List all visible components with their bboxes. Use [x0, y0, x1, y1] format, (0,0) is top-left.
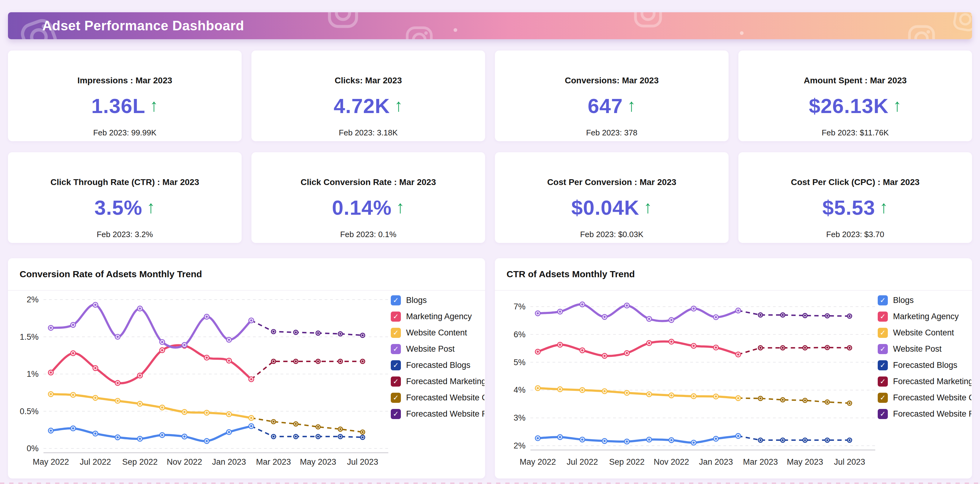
data-point-marker[interactable] [647, 392, 652, 397]
legend-checkbox[interactable]: ✓ [391, 295, 401, 306]
data-point-marker[interactable] [647, 317, 652, 322]
data-point-marker[interactable] [294, 359, 298, 364]
data-point-marker[interactable] [736, 352, 740, 357]
legend-item-website-content[interactable]: ✓Website Content [878, 328, 971, 338]
data-point-marker[interactable] [558, 342, 563, 347]
data-point-marker[interactable] [847, 438, 852, 443]
data-point-marker[interactable] [825, 345, 829, 350]
data-point-marker[interactable] [669, 318, 674, 323]
data-point-marker[interactable] [360, 435, 365, 439]
data-point-marker[interactable] [781, 438, 785, 443]
data-point-marker[interactable] [182, 434, 187, 439]
data-point-marker[interactable] [825, 400, 829, 404]
data-point-marker[interactable] [137, 373, 142, 378]
data-point-marker[interactable] [93, 431, 98, 436]
data-point-marker[interactable] [71, 392, 76, 397]
legend-checkbox[interactable]: ✓ [878, 376, 888, 387]
data-point-marker[interactable] [48, 370, 53, 375]
data-point-marker[interactable] [758, 396, 762, 401]
legend-item-forecasted-blogs[interactable]: ✓Forecasted Blogs [878, 360, 971, 370]
data-point-marker[interactable] [847, 345, 852, 350]
data-point-marker[interactable] [669, 393, 674, 398]
data-point-marker[interactable] [558, 435, 563, 439]
data-point-marker[interactable] [137, 401, 142, 406]
data-point-marker[interactable] [781, 345, 785, 350]
data-point-marker[interactable] [714, 315, 719, 320]
data-point-marker[interactable] [535, 311, 540, 316]
data-point-marker[interactable] [204, 439, 209, 444]
data-point-marker[interactable] [160, 348, 165, 353]
data-point-marker[interactable] [271, 359, 275, 364]
data-point-marker[interactable] [204, 410, 209, 415]
legend-item-website-content[interactable]: ✓Website Content [391, 328, 485, 338]
legend-checkbox[interactable]: ✓ [878, 295, 888, 306]
data-point-marker[interactable] [803, 438, 807, 443]
data-point-marker[interactable] [602, 353, 607, 358]
data-point-marker[interactable] [115, 435, 120, 440]
data-point-marker[interactable] [294, 422, 298, 426]
data-point-marker[interactable] [781, 313, 785, 317]
data-point-marker[interactable] [160, 433, 165, 438]
legend-item-marketing-agency[interactable]: ✓Marketing Agency [391, 312, 485, 322]
data-point-marker[interactable] [535, 349, 540, 354]
data-point-marker[interactable] [48, 392, 53, 397]
data-point-marker[interactable] [647, 341, 652, 345]
data-point-marker[interactable] [558, 309, 563, 314]
data-point-marker[interactable] [338, 427, 342, 431]
data-point-marker[interactable] [647, 437, 652, 442]
legend-checkbox[interactable]: ✓ [391, 328, 401, 338]
legend-item-forecasted-marketing-agency[interactable]: ✓Forecasted Marketing A [878, 376, 971, 387]
data-point-marker[interactable] [338, 332, 342, 336]
data-point-marker[interactable] [758, 345, 762, 350]
legend-item-forecasted-website-content[interactable]: ✓Forecasted Website Cor [878, 393, 971, 403]
data-point-marker[interactable] [602, 439, 607, 444]
legend-checkbox[interactable]: ✓ [878, 393, 888, 403]
data-point-marker[interactable] [825, 314, 829, 318]
data-point-marker[interactable] [691, 343, 696, 348]
data-point-marker[interactable] [227, 430, 232, 435]
data-point-marker[interactable] [624, 351, 629, 356]
data-point-marker[interactable] [115, 398, 120, 403]
data-point-marker[interactable] [249, 318, 254, 323]
data-point-marker[interactable] [803, 398, 807, 403]
data-point-marker[interactable] [48, 428, 53, 433]
data-point-marker[interactable] [115, 334, 120, 339]
data-point-marker[interactable] [758, 438, 762, 443]
data-point-marker[interactable] [360, 430, 365, 435]
data-point-marker[interactable] [580, 348, 585, 353]
legend-checkbox[interactable]: ✓ [391, 312, 401, 322]
data-point-marker[interactable] [271, 330, 275, 334]
data-point-marker[interactable] [316, 435, 320, 439]
data-point-marker[interactable] [714, 436, 719, 441]
data-point-marker[interactable] [669, 339, 674, 344]
data-point-marker[interactable] [691, 306, 696, 311]
data-point-marker[interactable] [736, 308, 740, 313]
data-point-marker[interactable] [316, 425, 320, 429]
legend-item-website-post[interactable]: ✓Website Post [878, 344, 971, 354]
legend-item-blogs[interactable]: ✓Blogs [391, 295, 485, 306]
data-point-marker[interactable] [781, 398, 785, 402]
data-point-marker[interactable] [137, 306, 142, 311]
data-point-marker[interactable] [182, 342, 187, 347]
legend-item-forecasted-website-content[interactable]: ✓Forecasted Website Cor [391, 393, 485, 403]
data-point-marker[interactable] [115, 381, 120, 385]
data-point-marker[interactable] [825, 438, 829, 443]
data-point-marker[interactable] [227, 412, 232, 417]
legend-checkbox[interactable]: ✓ [878, 360, 888, 370]
legend-checkbox[interactable]: ✓ [878, 312, 888, 322]
data-point-marker[interactable] [71, 351, 76, 356]
data-point-marker[interactable] [227, 358, 232, 363]
data-point-marker[interactable] [360, 333, 365, 338]
data-point-marker[interactable] [535, 386, 540, 390]
data-point-marker[interactable] [624, 390, 629, 395]
data-point-marker[interactable] [535, 436, 540, 441]
data-point-marker[interactable] [580, 302, 585, 307]
data-point-marker[interactable] [271, 435, 275, 439]
legend-item-forecasted-website-post[interactable]: ✓Forecasted Website Pos [878, 409, 971, 419]
data-point-marker[interactable] [736, 433, 740, 438]
data-point-marker[interactable] [558, 387, 563, 392]
data-point-marker[interactable] [580, 437, 585, 442]
data-point-marker[interactable] [249, 377, 254, 382]
legend-checkbox[interactable]: ✓ [391, 409, 401, 419]
data-point-marker[interactable] [249, 424, 254, 428]
